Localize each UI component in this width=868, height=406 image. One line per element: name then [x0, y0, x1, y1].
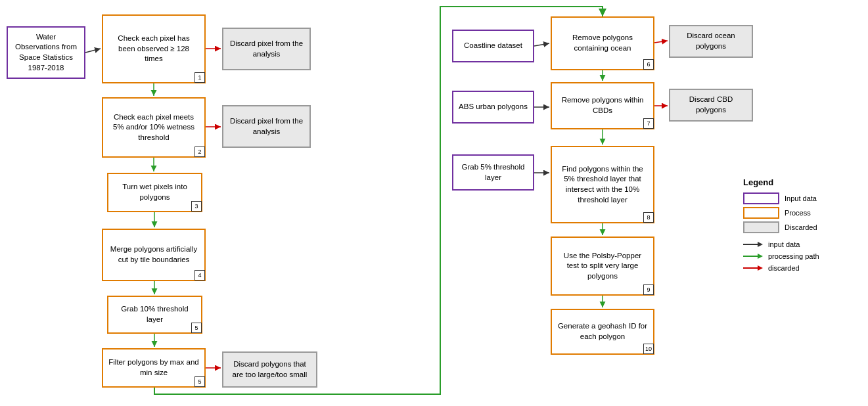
step3-box: Turn wet pixels into polygons 3	[107, 173, 202, 212]
step6-label: Remove polygons containing ocean	[557, 33, 648, 53]
discard6-box: Discard ocean polygons	[669, 25, 753, 58]
step1-label: Check each pixel has been observed ≥ 128…	[108, 34, 199, 64]
discard7-label: Discard CBD polygons	[675, 95, 746, 115]
legend-swatch-input	[743, 192, 779, 204]
step7-label: Remove polygons within CBDs	[557, 95, 648, 116]
step10-badge: 10	[643, 344, 654, 354]
step7-badge: 7	[643, 118, 654, 129]
step9-badge: 9	[643, 284, 654, 295]
legend-arrow-input-label: input data	[768, 240, 800, 248]
step1-badge: 1	[194, 72, 205, 83]
grab5-label: Grab 5% threshold layer	[459, 162, 528, 183]
legend-swatch-discarded	[743, 221, 779, 233]
legend-discarded: Discarded	[743, 221, 848, 233]
step6-box: Remove polygons containing ocean 6	[551, 16, 654, 70]
step4-badge: 4	[194, 270, 205, 281]
coastline-label: Coastline dataset	[464, 41, 522, 51]
abs-urban-label: ABS urban polygons	[459, 102, 528, 112]
svg-line-18	[534, 43, 549, 46]
legend-arrow-discarded-label: discarded	[768, 264, 800, 272]
step5-grab-label: Grab 10% threshold layer	[114, 304, 196, 325]
step9-label: Use the Polsby-Popper test to split very…	[557, 251, 648, 282]
step4-box: Merge polygons artificially cut by tile …	[102, 229, 206, 281]
discard1-label: Discard pixel from the analysis	[229, 39, 304, 59]
legend-discarded-label: Discarded	[785, 223, 817, 231]
step8-box: Find polygons within the 5% threshold la…	[551, 146, 654, 223]
legend-title: Legend	[743, 177, 848, 187]
svg-line-19	[654, 41, 668, 43]
legend-arrow-processing-icon	[743, 252, 763, 261]
legend-arrow-processing-label: processing path	[768, 252, 819, 260]
grab5-box: Grab 5% threshold layer	[452, 154, 534, 191]
step7-box: Remove polygons within CBDs 7	[551, 82, 654, 129]
discard5-label: Discard polygons that are too large/too …	[229, 359, 311, 380]
step3-label: Turn wet pixels into polygons	[114, 182, 196, 202]
discard7-box: Discard CBD polygons	[669, 89, 753, 122]
step5-grab-badge: 5	[191, 323, 202, 333]
water-obs-box: Water Observations from Space Statistics…	[7, 26, 85, 79]
step10-label: Generate a geohash ID for each polygon	[557, 321, 648, 342]
discard5-box: Discard polygons that are too large/too …	[222, 351, 317, 388]
discard1-box: Discard pixel from the analysis	[222, 28, 311, 70]
svg-marker-5	[758, 265, 763, 271]
legend-arrow-discarded: discarded	[743, 263, 848, 273]
step10-box: Generate a geohash ID for each polygon 1…	[551, 309, 654, 355]
svg-marker-1	[758, 242, 763, 247]
legend-process: Process	[743, 207, 848, 219]
legend: Legend Input data Process Discarded inpu…	[743, 177, 848, 275]
coastline-box: Coastline dataset	[452, 30, 534, 62]
step1-box: Check each pixel has been observed ≥ 128…	[102, 14, 206, 83]
water-obs-label: Water Observations from Space Statistics…	[13, 32, 79, 73]
step9-box: Use the Polsby-Popper test to split very…	[551, 237, 654, 296]
legend-arrow-input: input data	[743, 240, 848, 249]
diagram: Water Observations from Space Statistics…	[0, 0, 868, 406]
step5-grab-box: Grab 10% threshold layer 5	[107, 296, 202, 334]
legend-arrow-processing: processing path	[743, 252, 848, 261]
step8-label: Find polygons within the 5% threshold la…	[557, 164, 648, 205]
svg-line-9	[85, 49, 101, 53]
step5b-label: Filter polygons by max and min size	[108, 357, 199, 378]
legend-arrow-discarded-icon	[743, 263, 763, 273]
legend-input-label: Input data	[785, 194, 817, 202]
svg-marker-3	[758, 254, 763, 259]
step2-label: Check each pixel meets 5% and/or 10% wet…	[108, 112, 199, 143]
abs-urban-box: ABS urban polygons	[452, 91, 534, 124]
legend-arrow-input-icon	[743, 240, 763, 249]
step3-badge: 3	[191, 201, 202, 212]
legend-swatch-process	[743, 207, 779, 219]
step2-badge: 2	[194, 147, 205, 157]
step4-label: Merge polygons artificially cut by tile …	[108, 244, 199, 265]
step5b-badge: 5	[194, 376, 205, 387]
legend-process-label: Process	[785, 209, 811, 217]
discard2-label: Discard pixel from the analysis	[229, 116, 304, 137]
step6-badge: 6	[643, 59, 654, 70]
step2-box: Check each pixel meets 5% and/or 10% wet…	[102, 97, 206, 158]
discard2-box: Discard pixel from the analysis	[222, 105, 311, 148]
step8-badge: 8	[643, 212, 654, 223]
legend-input-data: Input data	[743, 192, 848, 204]
discard6-label: Discard ocean polygons	[675, 31, 746, 51]
step5b-box: Filter polygons by max and min size 5	[102, 348, 206, 388]
